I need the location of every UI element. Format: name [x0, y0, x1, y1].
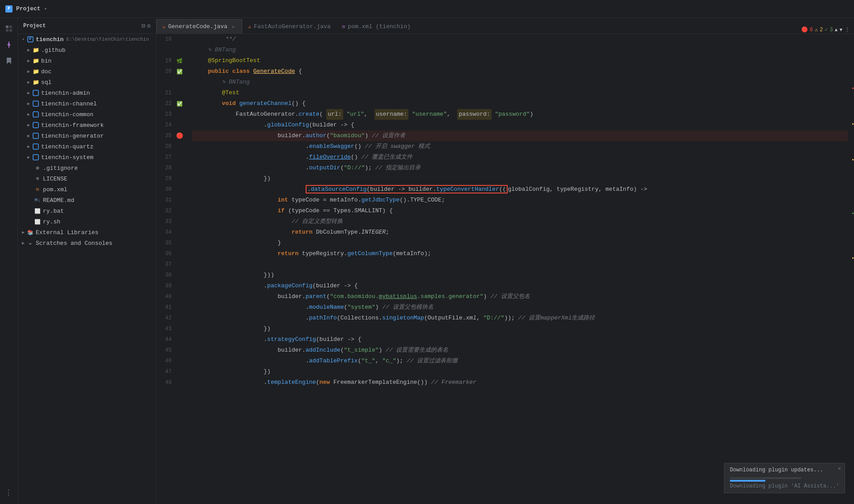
tree-item-label: .gitignore [43, 165, 78, 172]
code-text: @SpringBootTest [194, 55, 260, 66]
notification-close-button[interactable]: ✕ [838, 465, 841, 472]
code-text: typeCode = metaInfo. [288, 195, 362, 206]
code-text: generateChannel [239, 98, 291, 109]
gutter-row-23: 23 [156, 109, 192, 120]
code-line-44: .strategyConfig(builder -> { [192, 334, 848, 345]
more-options-icon[interactable]: ⋮ [844, 26, 850, 34]
code-text: }) [194, 366, 271, 377]
method-text: dataSourceConfig [311, 186, 366, 193]
code-text: password: [457, 109, 491, 120]
tree-item-tienchin-generator[interactable]: ▶ tienchin-generator [18, 130, 156, 141]
tree-item-license[interactable]: ≡ LICENSE [18, 173, 156, 184]
tree-item-tienchin-common[interactable]: ▶ tienchin-common [18, 109, 156, 120]
tree-item-tienchin-root[interactable]: ▾ tienchin E:\Desktop\TienChin\tienchin [18, 34, 156, 45]
line-num-36: 36 [156, 251, 175, 257]
tree-item-external-libraries[interactable]: ▶ 📚 External Libraries [18, 227, 156, 238]
code-text [194, 66, 208, 77]
settings-icon[interactable]: ⚙ [147, 22, 151, 29]
gitignore-icon: ⊘ [34, 164, 41, 172]
tree-item-label: README.md [43, 197, 74, 204]
scroll-up-icon[interactable]: ▲ [835, 27, 838, 33]
collapse-all-icon[interactable]: ⊟ [142, 22, 145, 29]
ok-count: 3 [830, 27, 833, 33]
tab-pom[interactable]: m pom.xml (tienchin) [337, 19, 416, 34]
right-marker-error1 [852, 88, 854, 89]
error-count-icon[interactable]: 🔴 [801, 26, 808, 33]
tree-item-ry-sh[interactable]: ⬜ ry.sh [18, 216, 156, 227]
code-text: , [476, 313, 484, 323]
tree-item-label: ry.bat [43, 208, 64, 214]
gutter-row-33: 33 [156, 216, 192, 227]
expand-arrow: ▶ [25, 79, 32, 86]
code-text: void [222, 98, 236, 109]
svg-rect-14 [33, 155, 38, 160]
code-text: ); [365, 163, 375, 173]
code-text: // 覆盖已生成文件 [361, 152, 412, 163]
tree-item-ry-bat[interactable]: ⬜ ry.bat [18, 206, 156, 216]
more-icon[interactable]: ⋮ [2, 486, 16, 500]
project-tree-icon[interactable] [2, 21, 16, 36]
code-text: ( [344, 302, 347, 313]
tree-item-doc[interactable]: ▶ 📁 doc [18, 66, 156, 77]
code-line-19: @SpringBootTest [192, 55, 848, 66]
tab-close-button[interactable]: ✕ [230, 24, 236, 30]
tab-fastautogenerator[interactable]: ☕ FastAutoGenerator.java [242, 19, 337, 34]
vcs-icon[interactable] [2, 38, 16, 52]
tree-item-github[interactable]: ▶ 📁 .github [18, 45, 156, 55]
gutter-row-30: 30 [156, 184, 192, 195]
code-text: builder. [194, 345, 306, 356]
warning-count-icon[interactable]: ⚠ [815, 26, 818, 33]
code-text: ( [326, 291, 330, 302]
code-text: "D://" [484, 313, 505, 323]
code-line-hint2: ✎ BNTang [192, 77, 848, 88]
project-icon: P [5, 5, 13, 13]
sidebar-icons: ⋮ [0, 18, 18, 504]
module-icon [32, 122, 39, 129]
code-text: (Collections. [337, 313, 382, 323]
bookmarks-icon[interactable] [2, 54, 16, 68]
tab-generate-code[interactable]: ☕ GenerateCode.java ✕ [156, 19, 242, 34]
tree-item-tienchin-quartz[interactable]: ▶ tienchin-quartz [18, 141, 156, 152]
expand-arrow: ▶ [20, 239, 27, 247]
code-text: . [194, 313, 309, 323]
line-num-35: 35 [156, 240, 175, 246]
editor-area: ☕ GenerateCode.java ✕ ☕ FastAutoGenerato… [156, 18, 854, 504]
tree-item-readme[interactable]: M↓ README.md [18, 195, 156, 206]
code-text: getJdbcType [361, 195, 400, 206]
code-text: , [447, 109, 457, 120]
tree-item-label: pom.xml [43, 186, 67, 193]
tree-item-tienchin-framework[interactable]: ▶ tienchin-framework [18, 120, 156, 130]
project-dropdown-icon[interactable]: ▾ [44, 6, 47, 12]
gutter-row-20: 20 ✅ [156, 66, 192, 77]
line-num-38: 38 [156, 272, 175, 278]
code-text: "D://" [344, 163, 365, 173]
folder-icon: 📁 [32, 79, 39, 86]
tree-item-scratches[interactable]: ▶ ✏️ Scratches and Consoles [18, 238, 156, 248]
line-num-25: 25 [156, 133, 175, 139]
scroll-down-icon[interactable]: ▼ [839, 27, 842, 33]
tree-item-tienchin-system[interactable]: ▶ tienchin-system [18, 152, 156, 163]
code-text: xml [466, 313, 476, 323]
gutter-row-hint2 [156, 77, 192, 88]
tree-item-bin[interactable]: ▶ 📁 bin [18, 55, 156, 66]
code-line-18: **/ [192, 34, 848, 45]
code-text: return [291, 227, 312, 238]
tree-item-sql[interactable]: ▶ 📁 sql [18, 77, 156, 88]
code-text: (builder -> { [309, 120, 354, 130]
code-editor: 18 19 🌿 20 [156, 34, 854, 504]
code-text: (builder -> { [312, 281, 358, 291]
right-marker-warn1 [852, 123, 854, 125]
code-content[interactable]: **/ ✎ BNTang @SpringBootTest public clas… [192, 34, 848, 504]
code-line-20: public class GenerateCode { [192, 66, 848, 77]
tree-item-tienchin-admin[interactable]: ▶ tienchin-admin [18, 88, 156, 98]
tree-item-pom[interactable]: m pom.xml [18, 184, 156, 195]
ok-count-icon[interactable]: ✓ [825, 26, 828, 33]
code-text: . [194, 163, 309, 173]
code-text: templateEngine [267, 377, 316, 388]
tree-item-gitignore[interactable]: ⊘ .gitignore [18, 163, 156, 173]
tree-item-tienchin-channel[interactable]: ▶ tienchin-channel [18, 98, 156, 109]
code-prefix [236, 186, 306, 193]
code-text: ( [320, 109, 327, 120]
code-text: ) [484, 291, 491, 302]
code-text: fileOverride [309, 152, 351, 163]
